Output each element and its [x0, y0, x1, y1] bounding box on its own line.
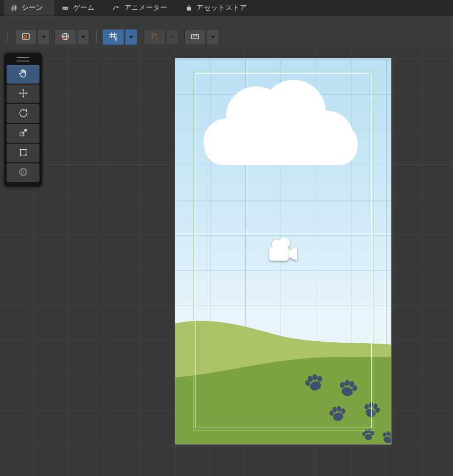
scene-viewport[interactable] [0, 49, 453, 476]
tool-transform[interactable] [7, 163, 39, 182]
rotate-icon [18, 107, 29, 120]
palette-drag-handle[interactable] [16, 57, 30, 61]
camera-view-icon [20, 31, 31, 43]
scale-icon [18, 127, 29, 139]
grid-axis-button[interactable]: Y [102, 29, 124, 45]
snap-increment-group [184, 29, 219, 45]
scene-visibility-dropdown[interactable] [77, 29, 89, 45]
scene-toolbar: Y [0, 16, 453, 49]
tool-rect[interactable] [7, 144, 39, 162]
tab-bar: シーン ゲーム アニメーター アセットストア [0, 0, 453, 16]
hand-icon [18, 68, 29, 80]
camera-gizmo-icon[interactable] [269, 238, 297, 261]
rect-tool-icon [18, 147, 29, 159]
axis-letter: Y [114, 37, 117, 42]
snap-increment-dropdown[interactable] [207, 29, 219, 45]
scene-visibility-group [55, 29, 89, 45]
tool-hand[interactable] [7, 65, 39, 84]
chevron-down-icon [81, 36, 86, 38]
view-options-group [15, 29, 50, 45]
cloud-sprite[interactable] [203, 80, 358, 165]
grid-axis-group: Y [102, 29, 137, 45]
transform-icon [18, 167, 29, 179]
game-view[interactable] [175, 58, 391, 445]
shopping-bag-icon [185, 4, 193, 12]
grid-snap-dropdown[interactable] [166, 29, 179, 45]
chevron-down-icon [41, 36, 46, 38]
chevron-down-icon [129, 36, 133, 38]
tab-animator[interactable]: アニメーター [106, 0, 178, 15]
game-view-canvas [175, 58, 391, 444]
snap-increment-button[interactable] [184, 29, 206, 45]
ruler-icon [189, 31, 201, 43]
view-options-dropdown[interactable] [38, 29, 50, 45]
tab-asset-store[interactable]: アセットストア [179, 0, 258, 15]
tool-rotate[interactable] [7, 104, 39, 123]
view-options-button[interactable] [15, 29, 37, 45]
tab-label: ゲーム [73, 3, 95, 12]
gamepad-icon [61, 4, 70, 12]
grid-snap-group [144, 29, 179, 45]
move-icon [18, 88, 29, 100]
globe-icon [60, 31, 71, 43]
animator-icon [112, 4, 120, 12]
tool-scale[interactable] [7, 124, 39, 143]
grid-y-icon: Y [108, 31, 119, 44]
toolbar-drag-handle[interactable] [5, 31, 8, 43]
scene-visibility-button[interactable] [55, 29, 76, 45]
tab-label: アセットストア [196, 3, 247, 12]
grid-snap-button[interactable] [144, 29, 165, 45]
tool-move[interactable] [7, 84, 39, 103]
tab-game[interactable]: ゲーム [55, 0, 106, 15]
tab-label: シーン [22, 3, 43, 12]
chevron-down-icon [170, 36, 175, 38]
chevron-down-icon [211, 36, 215, 38]
snap-grid-icon [149, 31, 160, 44]
tool-palette [4, 53, 42, 187]
tab-scene[interactable]: シーン [4, 0, 55, 15]
scene-grid-icon [10, 4, 18, 12]
toolbar-drag-handle[interactable] [96, 31, 99, 43]
grid-axis-dropdown[interactable] [125, 29, 137, 45]
tab-label: アニメーター [124, 3, 167, 12]
